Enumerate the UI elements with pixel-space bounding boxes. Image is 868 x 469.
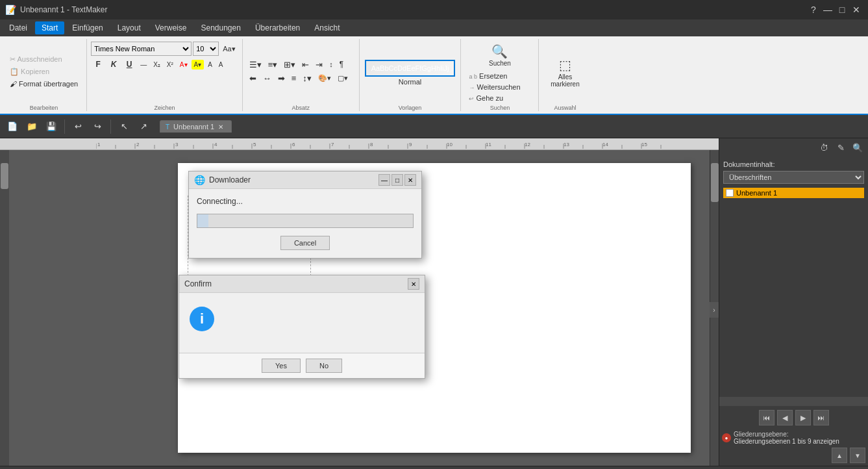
font-clear-button[interactable]: A [205, 60, 215, 70]
confirm-title-bar: Confirm ✕ [179, 275, 425, 293]
new-doc-button[interactable]: 📄 [4, 118, 21, 135]
nav-prev-button[interactable]: ◀ [777, 410, 793, 425]
strikethrough-button[interactable]: — [138, 60, 149, 70]
style-preview[interactable]: AaBbCcDdEeFfGgHhIiJj [365, 60, 456, 77]
numbered-list-button[interactable]: ≡▾ [266, 58, 280, 71]
bold-button[interactable]: F [91, 57, 105, 71]
increase-indent-button[interactable]: ⇥ [313, 58, 325, 71]
scrollbar-thumb-left[interactable] [1, 163, 8, 189]
doc-item[interactable]: Unbenannt 1 [723, 188, 864, 198]
confirm-buttons: Yes No [179, 353, 425, 378]
absatz-label: Absatz [247, 103, 355, 111]
replace-button[interactable]: a b Ersetzen [466, 71, 533, 81]
search-icon: 🔍 [491, 44, 508, 59]
font-family-select[interactable]: Times New Roman [91, 42, 192, 56]
pointer2-button[interactable]: ↗ [135, 118, 152, 135]
goto-button[interactable]: ↩ Gehe zu [466, 93, 533, 103]
outline-label: Gliederungsebene: [734, 431, 839, 438]
downloader-min-button[interactable]: — [378, 174, 390, 186]
rp-btn-2[interactable]: ✎ [833, 140, 849, 155]
downloader-icon: 🌐 [194, 175, 205, 185]
decrease-indent-button[interactable]: ⇤ [299, 58, 312, 71]
status-bar: Bereich 1 Kapitel 1 Seite 1 von 1 Deutsc… [0, 466, 868, 469]
doc-item-checkbox[interactable] [726, 189, 734, 197]
paragraph-mark-button[interactable]: ¶ [337, 58, 346, 70]
yes-button[interactable]: Yes [262, 359, 301, 373]
save-button[interactable]: 💾 [43, 118, 60, 135]
nav-next-button[interactable]: ▶ [795, 410, 811, 425]
search-button[interactable]: 🔍 Suchen [466, 42, 533, 69]
font-clear2-button[interactable]: A [216, 60, 226, 70]
nav-first-button[interactable]: ⏮ [759, 410, 775, 425]
ruler: 1 2 3 4 5 6 7 8 [0, 138, 719, 150]
vertical-scrollbar-left[interactable] [0, 150, 9, 466]
ribbon: ✂ Ausschneiden 📋 Kopieren 🖌 Format übert… [0, 36, 868, 115]
menu-verweise[interactable]: Verweise [149, 21, 193, 34]
shading-button[interactable]: 🎨▾ [316, 73, 334, 84]
menu-layout[interactable]: Layout [111, 21, 147, 34]
find-next-button[interactable]: → Weitersuchen [466, 82, 533, 92]
select-all-button[interactable]: ⬚ Allesmarkieren [547, 55, 582, 90]
confirm-dialog[interactable]: Confirm ✕ i Yes No [179, 275, 425, 379]
nav-last-button[interactable]: ⏭ [813, 410, 829, 425]
justify-button[interactable]: ≡ [289, 72, 299, 84]
scrollbar-thumb[interactable] [711, 163, 719, 202]
font-size-select[interactable]: 10 [193, 42, 219, 56]
list-button[interactable]: ☰▾ [247, 58, 264, 71]
sort-button[interactable]: ↕ [327, 59, 336, 70]
no-button[interactable]: No [306, 359, 342, 373]
highlight-button[interactable]: A▾ [192, 60, 205, 70]
italic-button[interactable]: K [106, 57, 121, 71]
align-left-button[interactable]: ⬅ [247, 72, 259, 84]
progress-bar [197, 214, 414, 228]
copy-button[interactable]: 📋 Kopieren [6, 66, 81, 77]
menu-datei[interactable]: Datei [3, 21, 34, 34]
ribbon-group-absatz: ☰▾ ≡▾ ⊞▾ ⇤ ⇥ ↕ ¶ ⬅ ↔ ➡ ≡ ↕▾ 🎨▾ ▢▾ Absatz [243, 39, 360, 111]
doc-tab-unbenannt1[interactable]: T Unbenannt 1 ✕ [160, 120, 232, 133]
outline-section: ● Gliederungsebene: Gliederungsebenen 1 … [719, 428, 868, 448]
downloader-close-button[interactable]: ✕ [404, 174, 416, 186]
tab-close-button[interactable]: ✕ [218, 123, 223, 131]
rp-btn-3[interactable]: 🔍 [850, 140, 865, 155]
downloader-max-button[interactable]: □ [391, 174, 403, 186]
connecting-message: Connecting... [197, 197, 414, 206]
outline-up-button[interactable]: ▲ [832, 448, 847, 463]
svg-text:14: 14 [602, 142, 608, 147]
downloader-dialog[interactable]: 🌐 Downloader — □ ✕ Connecting... [188, 171, 422, 259]
right-panel-scrollbar[interactable] [719, 397, 868, 406]
svg-text:11: 11 [486, 142, 491, 147]
minimize-button[interactable]: — [821, 3, 834, 16]
font-options-button[interactable]: Aa▾ [220, 44, 238, 55]
maximize-button[interactable]: □ [836, 3, 849, 16]
menu-ueberarbeiten[interactable]: Überarbeiten [249, 21, 306, 34]
format-copy-button[interactable]: 🖌 Format übertragen [6, 79, 81, 89]
menu-sendungen[interactable]: Sendungen [194, 21, 247, 34]
menu-ansicht[interactable]: Ansicht [308, 21, 346, 34]
confirm-close-button[interactable]: ✕ [408, 278, 419, 290]
menu-start[interactable]: Start [35, 21, 64, 34]
align-center-button[interactable]: ↔ [260, 72, 274, 84]
menu-einfuegen[interactable]: Einfügen [66, 21, 109, 34]
open-button[interactable]: 📁 [23, 118, 40, 135]
line-spacing-button[interactable]: ↕▾ [300, 72, 314, 84]
right-panel-dropdown[interactable]: Überschriften [723, 171, 864, 184]
undo-button[interactable]: ↩ [69, 118, 86, 135]
help-button[interactable]: ? [807, 3, 820, 16]
separator-2 [110, 120, 111, 134]
rp-btn-1[interactable]: ⏱ [816, 140, 832, 155]
outline-down-button[interactable]: ▼ [850, 448, 865, 463]
superscript-button[interactable]: X² [164, 60, 176, 70]
close-button[interactable]: ✕ [850, 3, 863, 16]
cut-button[interactable]: ✂ Ausschneiden [6, 54, 81, 65]
subscript-button[interactable]: X₂ [151, 60, 163, 70]
svg-text:4: 4 [214, 142, 217, 147]
panel-collapse-button[interactable]: › [710, 302, 719, 318]
underline-button[interactable]: U [122, 57, 136, 71]
font-color-button[interactable]: A▾ [177, 60, 190, 70]
align-right-button[interactable]: ➡ [275, 72, 288, 84]
pointer-button[interactable]: ↖ [116, 118, 132, 135]
cancel-button[interactable]: Cancel [280, 236, 330, 250]
redo-button[interactable]: ↪ [89, 118, 106, 135]
border-button[interactable]: ▢▾ [335, 73, 351, 84]
list-level-button[interactable]: ⊞▾ [281, 58, 298, 71]
